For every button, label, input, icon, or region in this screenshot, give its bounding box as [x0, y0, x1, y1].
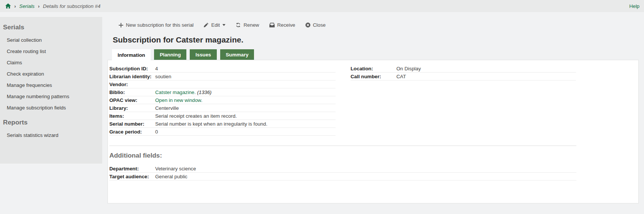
- tab-bar: Information Planning Issues Summary: [112, 49, 639, 60]
- details-right-column: Location: On Display Call number: CAT: [351, 65, 576, 80]
- home-link[interactable]: [5, 3, 11, 9]
- section-divider: [109, 146, 576, 146]
- new-subscription-button[interactable]: New subscription for this serial: [119, 21, 194, 29]
- toolbar: New subscription for this serial Edit: [107, 17, 639, 29]
- sidebar-item-serials-statistics-wizard[interactable]: Serials statistics wizard: [0, 130, 102, 141]
- detail-row-serial-number: Serial number: Serial number is kept whe…: [109, 120, 336, 128]
- detail-row-library: Library: Centerville: [109, 104, 336, 112]
- sidebar: Serials Serial collection Create routing…: [0, 17, 102, 164]
- detail-row-librarian-identity: Librarian identity: soutien: [109, 73, 336, 80]
- information-tab-panel: Subscription ID: 4 Librarian identity: s…: [107, 60, 639, 203]
- detail-row-items: Items: Serial receipt creates an item re…: [109, 112, 336, 120]
- sidebar-item-check-expiration[interactable]: Check expiration: [0, 68, 102, 80]
- sidebar-item-claims[interactable]: Claims: [0, 57, 102, 68]
- home-icon: [5, 3, 11, 9]
- detail-row-vendor: Vendor:: [109, 80, 336, 88]
- pencil-icon: [204, 23, 209, 27]
- receive-button[interactable]: Receive: [269, 21, 295, 29]
- opac-view-link[interactable]: Open in new window.: [155, 97, 203, 103]
- tab-information[interactable]: Information: [112, 49, 151, 60]
- close-button[interactable]: Close: [305, 21, 326, 29]
- breadcrumb-separator-icon: ›: [14, 3, 16, 9]
- caret-down-icon: [222, 24, 225, 26]
- detail-row-location: Location: On Display: [351, 65, 576, 73]
- tab-issues[interactable]: Issues: [190, 49, 216, 60]
- tab-planning[interactable]: Planning: [154, 49, 186, 60]
- detail-row-target-audience: Target audience: General public: [109, 173, 576, 181]
- refresh-icon: [236, 23, 241, 27]
- close-circle-icon: [305, 23, 310, 27]
- subscription-details: Subscription ID: 4 Librarian identity: s…: [109, 65, 632, 136]
- additional-fields-heading: Additional fields:: [109, 152, 632, 159]
- additional-fields-table: Department: Veterinary science Target au…: [109, 165, 632, 181]
- sidebar-heading-reports: Reports: [0, 114, 102, 130]
- detail-row-call-number: Call number: CAT: [351, 73, 576, 80]
- plus-icon: [119, 23, 123, 27]
- sidebar-item-create-routing-list[interactable]: Create routing list: [0, 46, 102, 57]
- help-link[interactable]: Help: [629, 3, 639, 9]
- edit-button[interactable]: Edit: [204, 21, 225, 29]
- detail-row-subscription-id: Subscription ID: 4: [109, 65, 336, 73]
- sidebar-item-manage-frequencies[interactable]: Manage frequencies: [0, 80, 102, 91]
- sidebar-item-serial-collection[interactable]: Serial collection: [0, 35, 102, 46]
- renew-button[interactable]: Renew: [236, 21, 259, 29]
- sidebar-item-manage-subscription-fields[interactable]: Manage subscription fields: [0, 102, 102, 114]
- breadcrumb-serials-link[interactable]: Serials: [19, 3, 35, 9]
- sidebar-item-manage-numbering-patterns[interactable]: Manage numbering patterns: [0, 91, 102, 102]
- detail-row-biblio: Biblio: Catster magazine. (1336): [109, 88, 336, 96]
- sidebar-heading-serials: Serials: [0, 21, 102, 35]
- breadcrumb-current-page: Details for subscription #4: [43, 3, 100, 9]
- detail-row-opac-view: OPAC view: Open in new window.: [109, 96, 336, 104]
- biblio-number: (1336): [196, 90, 212, 95]
- details-left-column: Subscription ID: 4 Librarian identity: s…: [109, 65, 336, 136]
- tab-summary[interactable]: Summary: [220, 49, 254, 60]
- biblio-link[interactable]: Catster magazine.: [155, 90, 196, 95]
- page-body: Serials Serial collection Create routing…: [0, 12, 644, 203]
- inbox-icon: [269, 23, 275, 27]
- detail-row-department: Department: Veterinary science: [109, 165, 576, 173]
- page-title: Subscription for Catster magazine.: [113, 35, 639, 44]
- detail-row-grace-period: Grace period: 0: [109, 128, 336, 136]
- main-content: New subscription for this serial Edit: [102, 17, 644, 203]
- breadcrumb-separator-icon: ›: [38, 3, 39, 9]
- breadcrumb: › Serials › Details for subscription #4 …: [0, 0, 644, 12]
